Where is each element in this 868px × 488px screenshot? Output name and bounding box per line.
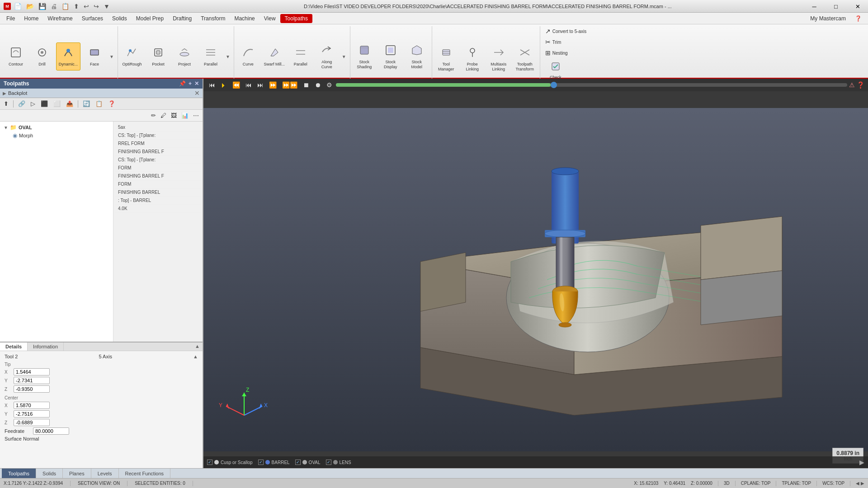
qa6[interactable]: ⬆ bbox=[72, 2, 80, 10]
toolpath-transform-btn[interactable]: Toolpath Transform bbox=[513, 44, 537, 74]
view-image-btn[interactable]: 🖼 bbox=[169, 111, 179, 120]
bp-barrel-indicator[interactable]: ✓ BARREL bbox=[258, 460, 290, 465]
details-scroll[interactable]: ▲ bbox=[193, 354, 198, 359]
play-btn[interactable]: ⏵ bbox=[219, 80, 229, 89]
bp-nav-right[interactable]: ▶ bbox=[859, 459, 864, 466]
my-mastercam[interactable]: My Mastercam bbox=[806, 14, 850, 23]
details-tab[interactable]: Details bbox=[0, 343, 28, 351]
redo-btn[interactable]: ↪ bbox=[92, 2, 100, 10]
tip-z-input[interactable] bbox=[14, 385, 50, 393]
pocket-btn[interactable]: Pocket bbox=[146, 42, 170, 70]
tp-help-btn[interactable]: ❓ bbox=[106, 99, 117, 108]
probe-linking-btn[interactable]: Probe Linking bbox=[460, 44, 485, 74]
print-btn[interactable]: 🖨 bbox=[49, 2, 58, 10]
minimize-btn[interactable]: ─ bbox=[804, 0, 825, 13]
warning-icon[interactable]: ⚠ bbox=[849, 81, 855, 89]
multiaxis-linking-btn[interactable]: Multiaxis Linking bbox=[486, 44, 511, 74]
next-step-btn[interactable]: ⏭ bbox=[255, 80, 265, 89]
lens-checkbox[interactable]: ✓ bbox=[326, 460, 331, 465]
menu-view[interactable]: View bbox=[259, 14, 280, 23]
menu-machine[interactable]: Machine bbox=[230, 14, 259, 23]
tp-ops-btn[interactable]: 📋 bbox=[94, 99, 104, 108]
bp-lens-indicator[interactable]: ✓ LENS bbox=[326, 460, 351, 465]
nesting-btn[interactable]: ⊞ Nesting bbox=[542, 48, 571, 58]
bp-oval-indicator[interactable]: ✓ OVAL bbox=[295, 460, 321, 465]
details-scroll-up[interactable]: ▲ bbox=[192, 343, 203, 351]
tp-up-btn[interactable]: ⬆ bbox=[2, 99, 10, 108]
undo-btn[interactable]: ↩ bbox=[82, 2, 90, 10]
prev-frame-btn[interactable]: ⏪ bbox=[231, 80, 242, 89]
tp-pin-btn[interactable]: 📌 bbox=[179, 80, 186, 87]
tip-x-input[interactable] bbox=[14, 368, 50, 375]
backplot-close-btn[interactable]: ✕ bbox=[194, 89, 200, 97]
tp-post-btn[interactable]: 📤 bbox=[64, 99, 75, 108]
menu-file[interactable]: File bbox=[2, 14, 19, 23]
2d-expand-btn[interactable]: ▼ bbox=[109, 54, 114, 59]
information-tab[interactable]: Information bbox=[28, 343, 64, 351]
maximize-btn[interactable]: □ bbox=[826, 0, 846, 13]
tp-expand-btn[interactable]: + bbox=[189, 80, 192, 87]
3d-expand-btn[interactable]: ▼ bbox=[226, 54, 230, 59]
feedrate-input[interactable] bbox=[33, 427, 69, 435]
menu-transform[interactable]: Transform bbox=[196, 14, 230, 23]
status-nav-arrows[interactable]: ◀ ▶ bbox=[856, 481, 864, 486]
convert-5axis-btn[interactable]: ↗ Convert to 5-axis bbox=[542, 26, 590, 36]
view-more-btn[interactable]: ⋯ bbox=[191, 111, 201, 120]
tool-manager-btn[interactable]: Tool Manager bbox=[434, 44, 458, 74]
tp-close-btn[interactable]: ✕ bbox=[194, 80, 199, 87]
project-btn[interactable]: Project bbox=[172, 42, 197, 70]
btm-tab-solids[interactable]: Solids bbox=[36, 469, 63, 478]
center-y-input[interactable] bbox=[14, 410, 50, 418]
menu-model-prep[interactable]: Model Prep bbox=[132, 14, 168, 23]
stock-model-btn[interactable]: Stock Model bbox=[405, 42, 429, 72]
progress-thumb[interactable] bbox=[551, 82, 557, 88]
stock-display-btn[interactable]: Stock Display bbox=[378, 42, 403, 72]
menu-home[interactable]: Home bbox=[19, 14, 43, 23]
menu-solids[interactable]: Solids bbox=[108, 14, 132, 23]
center-x-input[interactable] bbox=[14, 402, 50, 409]
trim-btn[interactable]: ✂ Trim bbox=[542, 37, 565, 47]
save-btn[interactable]: 💾 bbox=[37, 2, 47, 10]
btm-tab-levels[interactable]: Levels bbox=[91, 469, 119, 478]
cusp-checkbox[interactable]: ✓ bbox=[207, 460, 212, 465]
stop-btn[interactable]: ⏹ bbox=[301, 80, 311, 89]
drill-btn[interactable]: Drill bbox=[30, 42, 54, 70]
tree-item-morph[interactable]: ◉ Morph bbox=[2, 131, 111, 140]
view-pen-btn[interactable]: 🖊 bbox=[159, 111, 168, 120]
viewport[interactable]: ⏮ ⏵ ⏪ ⏮ ⏭ ⏩ ⏩⏩ ⏹ ⏺ ⚙ ⚠ ❓ bbox=[203, 79, 868, 468]
curve-btn[interactable]: Curve bbox=[236, 42, 260, 70]
play-rewind-btn[interactable]: ⏮ bbox=[207, 80, 217, 89]
center-z-input[interactable] bbox=[14, 419, 50, 426]
swarf-btn[interactable]: Swarf Mill... bbox=[262, 42, 287, 70]
qa5[interactable]: 📋 bbox=[60, 2, 71, 10]
menu-toolpaths[interactable]: Toolpaths bbox=[280, 14, 312, 23]
parallel-3d-btn[interactable]: Parallel bbox=[198, 42, 223, 70]
tree-item-oval[interactable]: ▼ 📁 OVAL bbox=[2, 123, 111, 131]
menu-wireframe[interactable]: Wireframe bbox=[43, 14, 77, 23]
tip-y-input[interactable] bbox=[14, 377, 50, 384]
oval-checkbox[interactable]: ✓ bbox=[295, 460, 301, 465]
viewport-help-icon[interactable]: ❓ bbox=[857, 81, 864, 89]
view-pencil-btn[interactable]: ✏ bbox=[149, 111, 158, 120]
qa-more[interactable]: ▼ bbox=[102, 2, 111, 10]
bp-cusp-indicator[interactable]: ✓ Cusp or Scallop bbox=[207, 460, 253, 465]
tp-sim-btn[interactable]: ⬛ bbox=[39, 99, 50, 108]
record-btn[interactable]: ⏺ bbox=[313, 80, 323, 89]
optirough-btn[interactable]: OptiRough bbox=[120, 42, 144, 70]
tp-verify-btn[interactable]: ▷ bbox=[29, 99, 37, 108]
settings-btn[interactable]: ⚙ bbox=[325, 80, 334, 89]
barrel-checkbox[interactable]: ✓ bbox=[258, 460, 264, 465]
contour-btn[interactable]: Contour bbox=[4, 42, 28, 70]
fast-fwd-btn[interactable]: ⏩⏩ bbox=[280, 80, 299, 89]
stock-shading-btn[interactable]: Stock Shading bbox=[352, 42, 377, 72]
btm-tab-planes[interactable]: Planes bbox=[63, 469, 91, 478]
view-data-btn[interactable]: 📊 bbox=[179, 111, 190, 120]
along-curve-btn[interactable]: Along Curve bbox=[315, 42, 339, 72]
new-btn[interactable]: 📄 bbox=[13, 2, 23, 10]
parallel-multi-btn[interactable]: Parallel bbox=[288, 42, 313, 70]
close-btn[interactable]: ✕ bbox=[847, 0, 868, 13]
multiaxis-expand-btn[interactable]: ▼ bbox=[342, 54, 346, 59]
prev-step-btn[interactable]: ⏮ bbox=[244, 80, 254, 89]
menu-surfaces[interactable]: Surfaces bbox=[77, 14, 108, 23]
tp-backplot-btn[interactable]: ⬜ bbox=[52, 99, 62, 108]
